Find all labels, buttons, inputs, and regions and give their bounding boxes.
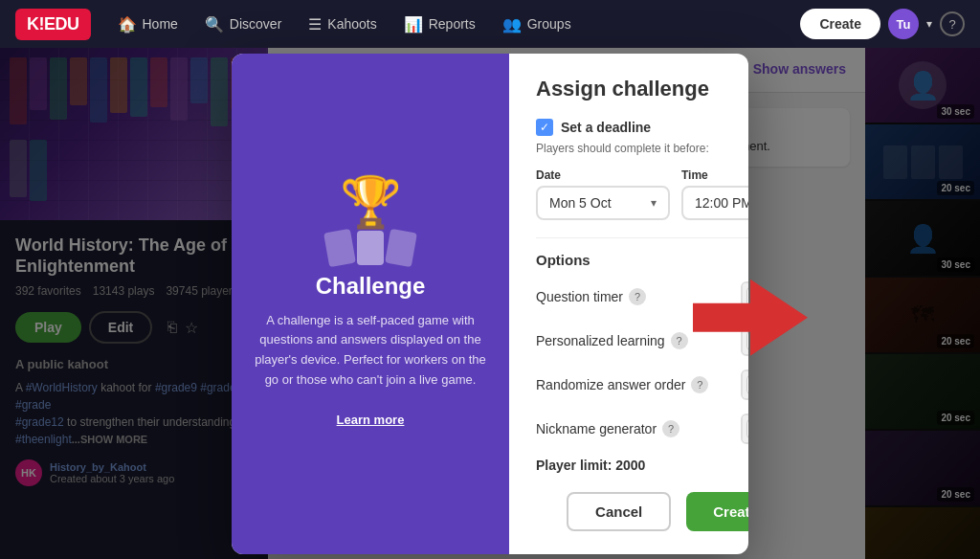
personalized-toggle[interactable]: OFF xyxy=(741,325,748,356)
option-row-randomize: Randomize answer order ? OFF xyxy=(536,369,748,400)
personalized-info-icon[interactable]: ? xyxy=(671,332,688,349)
nickname-info-icon[interactable]: ? xyxy=(662,420,679,437)
option-row-nickname: Nickname generator ? OFF xyxy=(536,414,748,444)
groups-icon: 👥 xyxy=(502,15,522,34)
deadline-label: Set a deadline xyxy=(561,120,651,135)
randomize-info-icon[interactable]: ? xyxy=(691,376,708,393)
nav-item-discover[interactable]: 🔍 Discover xyxy=(193,10,293,39)
trophy-icon: 🏆 xyxy=(326,177,414,227)
time-value: 12:00 PM xyxy=(695,195,748,211)
reports-icon: 📊 xyxy=(404,15,423,34)
deadline-row: ✓ Set a deadline xyxy=(536,119,748,136)
player-limit: Player limit: 2000 xyxy=(536,458,748,473)
question-timer-toggle[interactable]: OFF xyxy=(741,281,748,312)
nickname-toggle[interactable]: OFF xyxy=(741,414,748,444)
nav-item-home[interactable]: 🏠 Home xyxy=(106,10,189,39)
date-select[interactable]: Mon 5 Oct ▾ xyxy=(536,186,670,220)
date-field-group: Date Mon 5 Oct ▾ xyxy=(536,168,670,220)
challenge-description: A challenge is a self-paced game with qu… xyxy=(251,311,490,431)
help-icon[interactable]: ? xyxy=(940,11,965,36)
home-icon: 🏠 xyxy=(118,15,137,34)
nickname-label: Nickname generator xyxy=(536,421,657,436)
nav-item-reports[interactable]: 📊 Reports xyxy=(392,10,487,39)
modal-create-button[interactable]: Create xyxy=(686,492,748,531)
learn-more-link[interactable]: Learn more xyxy=(337,413,405,427)
cancel-button[interactable]: Cancel xyxy=(567,492,671,531)
time-field-group: Time 12:00 PM ▾ xyxy=(681,168,748,220)
avatar: Tu xyxy=(888,9,919,39)
assign-challenge-modal: 🏆 Challenge A challenge is a self-paced … xyxy=(232,54,748,554)
discover-icon: 🔍 xyxy=(205,15,224,34)
modal-title: Assign challenge xyxy=(536,77,748,101)
nav-right: Create Tu ▾ ? xyxy=(800,9,965,39)
deadline-subtitle: Players should complete it before: xyxy=(536,142,748,155)
deadline-checkbox[interactable]: ✓ xyxy=(536,119,553,136)
question-timer-label: Question timer xyxy=(536,289,623,304)
modal-form: × Assign challenge ✓ Set a deadline Play… xyxy=(509,54,748,554)
cards-icon xyxy=(326,231,414,265)
time-label: Time xyxy=(681,168,748,182)
options-title: Options xyxy=(536,252,748,268)
chevron-down-icon[interactable]: ▾ xyxy=(926,17,932,31)
date-label: Date xyxy=(536,168,670,182)
modal-overlay: 🏆 Challenge A challenge is a self-paced … xyxy=(0,48,980,559)
challenge-info-panel: 🏆 Challenge A challenge is a self-paced … xyxy=(232,54,509,554)
randomize-toggle[interactable]: OFF xyxy=(741,369,748,400)
kahoots-icon: ☰ xyxy=(308,15,322,34)
option-row-question-timer: Question timer ? OFF xyxy=(536,281,748,312)
question-timer-info-icon[interactable]: ? xyxy=(629,288,646,305)
navbar: K!EDU 🏠 Home 🔍 Discover ☰ Kahoots 📊 Repo… xyxy=(0,0,980,48)
main-content: World History: The Age of Enlightenment … xyxy=(0,48,980,559)
modal-buttons: Cancel Create xyxy=(536,492,748,531)
date-value: Mon 5 Oct xyxy=(549,195,612,211)
date-chevron-icon: ▾ xyxy=(651,196,657,210)
nav-item-groups[interactable]: 👥 Groups xyxy=(491,10,583,39)
time-select[interactable]: 12:00 PM ▾ xyxy=(681,186,748,220)
option-row-personalized: Personalized learning ? OFF xyxy=(536,325,748,356)
player-limit-value: 2000 xyxy=(615,458,645,473)
date-time-row: Date Mon 5 Oct ▾ Time 12:00 PM ▾ xyxy=(536,168,748,220)
personalized-learning-label: Personalized learning xyxy=(536,333,665,348)
nav-item-kahoots[interactable]: ☰ Kahoots xyxy=(297,10,388,39)
challenge-title: Challenge xyxy=(316,273,426,300)
randomize-label: Randomize answer order xyxy=(536,377,685,392)
create-button[interactable]: Create xyxy=(800,9,880,39)
nav-logo: K!EDU xyxy=(15,9,91,40)
